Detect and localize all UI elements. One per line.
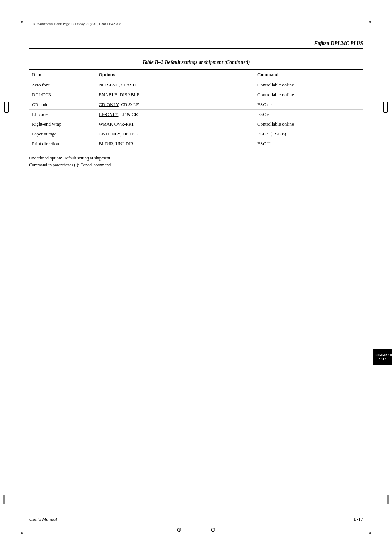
reg-dot-tl <box>21 21 23 23</box>
footer-left: User's Manual <box>29 516 57 522</box>
cell-item-3: LF code <box>29 110 96 119</box>
top-rule <box>29 37 363 37</box>
cell-options-2: CR-ONLY, CR & LF <box>96 100 254 110</box>
options-plain-2: , CR & LF <box>119 102 139 107</box>
options-plain-6: , UNI-DIR <box>113 141 134 146</box>
footnote-1: Underlined option: Default setting at sh… <box>29 155 363 162</box>
cell-item-0: Zero font <box>29 80 96 90</box>
reg-dot-tr <box>369 21 371 23</box>
binding-mark-left-top <box>4 102 9 113</box>
options-underlined-5: CNTONLY <box>99 131 120 137</box>
footnotes: Underlined option: Default setting at sh… <box>29 155 363 169</box>
cell-command-2: ESC e r <box>254 100 363 110</box>
bottom-center-marks: ⊕ ⊕ <box>177 526 215 533</box>
options-underlined-4: WRAP <box>99 121 112 127</box>
options-plain-4: , OVR-PRT <box>112 121 134 127</box>
cell-command-4: Controllable online <box>254 119 363 129</box>
cell-options-0: NO-SLSH, SLASH <box>96 80 254 90</box>
reg-dot-bl <box>21 532 23 534</box>
footer-right: B-17 <box>354 516 363 522</box>
cell-item-6: Print direction <box>29 139 96 149</box>
options-plain-0: , SLASH <box>119 82 136 88</box>
cell-options-1: ENABLE, DISABLE <box>96 90 254 100</box>
cell-command-0: Controllable online <box>254 80 363 90</box>
cell-item-2: CR code <box>29 100 96 110</box>
table-row: LF codeLF-ONLY, LF & CRESC e l <box>29 110 363 119</box>
bottom-rule <box>29 512 363 512</box>
cell-options-3: LF-ONLY, LF & CR <box>96 110 254 119</box>
cell-command-5: ESC 9 (ESC 8) <box>254 129 363 139</box>
cell-item-1: DC1/DC3 <box>29 90 96 100</box>
options-plain-3: , LF & CR <box>118 112 138 117</box>
col-header-options: Options <box>96 69 254 80</box>
page: DL6400/6600 Book Page 17 Friday, July 31… <box>0 0 392 555</box>
table-row: DC1/DC3ENABLE, DISABLEControllable onlin… <box>29 90 363 100</box>
side-tab-command-sets: COMMAND SETS <box>373 349 392 365</box>
binding-mark-right-top <box>383 102 388 113</box>
meta-text: DL6400/6600 Book Page 17 Friday, July 31… <box>33 22 122 26</box>
reg-mark-left: ⊕ <box>177 526 181 533</box>
cell-options-6: BI-DIR, UNI-DIR <box>96 139 254 149</box>
cell-command-3: ESC e l <box>254 110 363 119</box>
binding-mark-right-bottom <box>387 495 389 504</box>
header-title: Fujitsu DPL24C PLUS <box>314 41 363 46</box>
table-row: Paper outageCNTONLY, DETECTESC 9 (ESC 8) <box>29 129 363 139</box>
cell-options-5: CNTONLY, DETECT <box>96 129 254 139</box>
options-plain-1: , DISABLE <box>117 92 139 97</box>
header-title-bar: Fujitsu DPL24C PLUS <box>29 39 363 49</box>
col-header-item: Item <box>29 69 96 80</box>
options-underlined-0: NO-SLSH <box>99 82 119 88</box>
options-underlined-2: CR-ONLY <box>99 102 119 107</box>
page-footer: User's Manual B-17 <box>29 516 363 522</box>
binding-mark-left-bottom <box>3 495 5 504</box>
cell-item-5: Paper outage <box>29 129 96 139</box>
cell-command-6: ESC U <box>254 139 363 149</box>
options-underlined-3: LF-ONLY <box>99 112 118 117</box>
table-row: Right-end wrapWRAP, OVR-PRTControllable … <box>29 119 363 129</box>
reg-dot-br <box>369 532 371 534</box>
options-underlined-1: ENABLE <box>99 92 117 97</box>
header-meta: DL6400/6600 Book Page 17 Friday, July 31… <box>29 22 363 26</box>
options-underlined-6: BI-DIR <box>99 141 113 146</box>
col-header-command: Command <box>254 69 363 80</box>
cell-item-4: Right-end wrap <box>29 119 96 129</box>
settings-table: Item Options Command Zero fontNO-SLSH, S… <box>29 69 363 149</box>
cell-options-4: WRAP, OVR-PRT <box>96 119 254 129</box>
cell-command-1: Controllable online <box>254 90 363 100</box>
table-row: Print directionBI-DIR, UNI-DIRESC U <box>29 139 363 149</box>
options-plain-5: , DETECT <box>120 131 140 137</box>
table-row: CR codeCR-ONLY, CR & LFESC e r <box>29 100 363 110</box>
reg-mark-right: ⊕ <box>211 526 215 533</box>
table-caption: Table B–2 Default settings at shipment (… <box>29 60 363 65</box>
table-row: Zero fontNO-SLSH, SLASHControllable onli… <box>29 80 363 90</box>
footnote-2: Command in parentheses ( ): Cancel comma… <box>29 162 363 169</box>
